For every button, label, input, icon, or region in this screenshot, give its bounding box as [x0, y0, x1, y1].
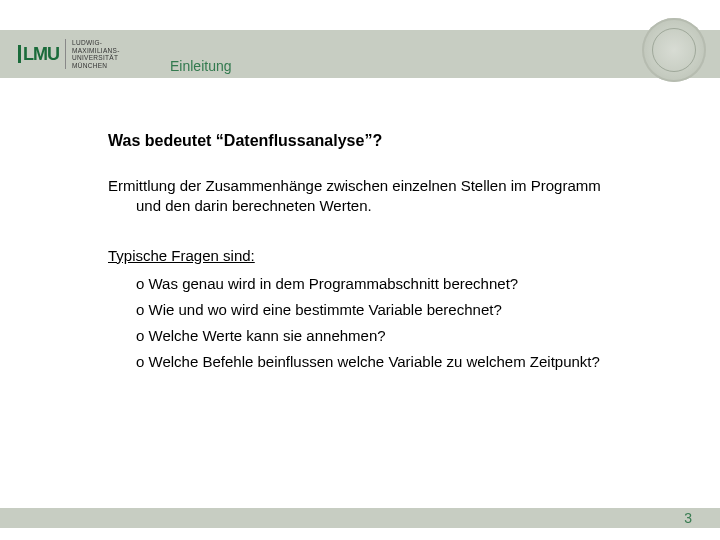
university-seal-icon: [642, 18, 706, 82]
list-item: Welche Befehle beinflussen welche Variab…: [136, 352, 680, 372]
subheading: Typische Fragen sind:: [108, 247, 680, 264]
definition-paragraph: Ermittlung der Zusammenhänge zwischen ei…: [108, 176, 680, 217]
list-item: Welche Werte kann sie annehmen?: [136, 326, 680, 346]
lmu-logo-text: LUDWIG- MAXIMILIANS- UNIVERSITÄT MÜNCHEN: [65, 39, 120, 69]
logo-line: LUDWIG-: [72, 39, 120, 47]
slide-heading: Was bedeutet “Datenflussanalyse”?: [108, 132, 680, 150]
paragraph-line: Ermittlung der Zusammenhänge zwischen ei…: [108, 177, 601, 194]
footer-band: [0, 508, 720, 528]
question-list: Was genau wird in dem Programmabschnitt …: [108, 274, 680, 373]
lmu-mark-icon: LMU: [18, 44, 59, 65]
logo-line: UNIVERSITÄT: [72, 54, 120, 62]
paragraph-line: und den darin berechneten Werten.: [108, 196, 680, 216]
lmu-logo: LMU LUDWIG- MAXIMILIANS- UNIVERSITÄT MÜN…: [18, 30, 158, 78]
list-item: Was genau wird in dem Programmabschnitt …: [136, 274, 680, 294]
lmu-mark-text: LMU: [23, 44, 59, 65]
page-number: 3: [684, 510, 692, 526]
slide-content: Was bedeutet “Datenflussanalyse”? Ermitt…: [108, 132, 680, 379]
logo-line: MÜNCHEN: [72, 62, 120, 70]
logo-line: MAXIMILIANS-: [72, 47, 120, 55]
list-item: Wie und wo wird eine bestimmte Variable …: [136, 300, 680, 320]
section-title: Einleitung: [170, 58, 232, 74]
seal-inner-circle: [652, 28, 696, 72]
